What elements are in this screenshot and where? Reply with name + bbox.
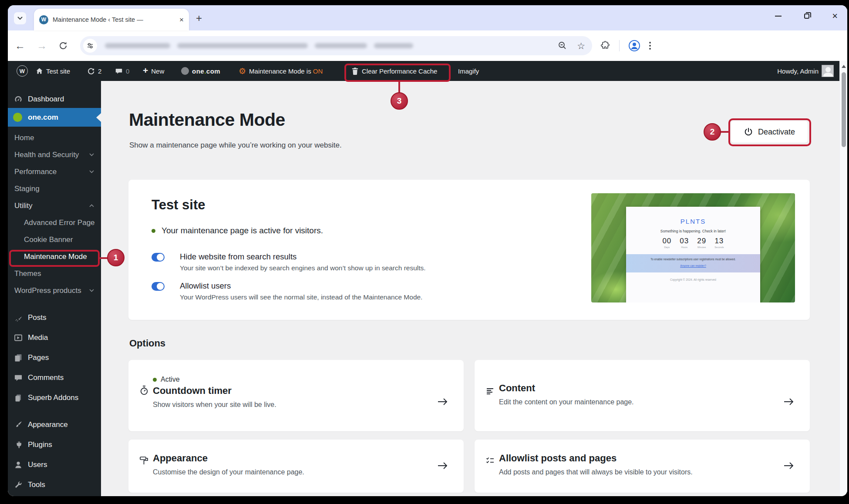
dashboard-gauge-icon — [14, 95, 23, 104]
option-card-content[interactable]: Content Edit the content on your mainten… — [475, 360, 810, 431]
sidebar-item-media[interactable]: Media — [8, 328, 101, 348]
active-item-notch — [96, 113, 101, 122]
preview-brand: PLNTS — [681, 218, 706, 225]
option-card-countdown-timer[interactable]: Active Countdown timer Show visitors whe… — [128, 360, 464, 431]
status-card-title: Test site — [152, 197, 205, 213]
tab-close-icon[interactable]: × — [179, 16, 184, 24]
sidebar-item-wordpress-products[interactable]: WordPress products — [8, 282, 101, 299]
sidebar-item-health-security[interactable]: Health and Security — [8, 146, 101, 163]
screenshot-root: W Maintenance Mode ‹ Test site — × + × ←… — [0, 0, 849, 504]
page-scrollbar[interactable] — [839, 61, 847, 496]
annotation-connector-3 — [398, 82, 400, 93]
sidebar-item-pages[interactable]: Pages — [8, 348, 101, 368]
option-card-description: Add posts and pages that will always be … — [499, 468, 693, 476]
onecom-logo-icon — [181, 67, 189, 75]
sidebar-item-cookie-banner[interactable]: Cookie Banner — [8, 231, 101, 248]
browser-toolbar: ← → — [8, 30, 847, 61]
option-card-description: Show visitors when your site will be liv… — [153, 401, 276, 409]
option-card-description: Customise the design of your maintenance… — [153, 468, 304, 476]
option-card-appearance[interactable]: Appearance Customise the design of your … — [128, 440, 464, 493]
updates-icon — [87, 67, 95, 75]
allowlist-users-toggle[interactable] — [152, 282, 165, 291]
browser-window: W Maintenance Mode ‹ Test site — × + × ←… — [8, 5, 847, 496]
clear-performance-cache-button[interactable]: Clear Performance Cache — [351, 61, 437, 81]
admin-bar-onecom[interactable]: one.com — [181, 61, 220, 81]
profile-avatar-icon[interactable] — [628, 40, 640, 52]
onecom-green-dot-icon — [13, 113, 22, 122]
extensions-icon[interactable] — [600, 40, 610, 51]
sidebar-item-staging[interactable]: Staging — [8, 180, 101, 197]
maintenance-page-preview: PLNTS Something is happening. Check in l… — [591, 193, 795, 302]
toggle-row-allowlist-users: Allowlist users Your WordPress users wil… — [152, 282, 165, 292]
toggle-description: Your site won’t be indexed by search eng… — [180, 264, 426, 272]
arrow-right-icon — [783, 460, 795, 471]
gear-icon: ⚙ — [239, 67, 246, 75]
sidebar-item-posts[interactable]: Posts — [8, 308, 101, 328]
options-heading: Options — [129, 338, 165, 349]
sidebar-item-tools[interactable]: Tools — [8, 475, 101, 495]
chevron-down-icon — [89, 170, 94, 173]
admin-bar-site-name[interactable]: Test site — [36, 61, 70, 81]
sidebar-item-superb-addons[interactable]: Superb Addons — [8, 388, 101, 408]
chevron-down-icon — [89, 289, 94, 292]
sidebar-item-dashboard[interactable]: Dashboard — [8, 91, 101, 108]
sidebar-item-appearance[interactable]: Appearance — [8, 415, 101, 435]
chevron-down-icon — [89, 153, 94, 156]
media-icon — [14, 333, 23, 342]
sidebar-item-themes[interactable]: Themes — [8, 265, 101, 282]
admin-bar-updates[interactable]: 2 — [87, 61, 101, 81]
admin-bar-account[interactable]: Howdy, Admin — [777, 61, 834, 81]
forward-button[interactable]: → — [37, 40, 47, 51]
browser-tab[interactable]: W Maintenance Mode ‹ Test site — × — [34, 9, 189, 30]
address-bar[interactable]: ☆ — [80, 36, 592, 55]
toggle-label: Hide website from search results — [180, 252, 296, 262]
sidebar-item-maintenance-mode[interactable]: Maintenance Mode — [8, 248, 101, 265]
new-tab-button[interactable]: + — [196, 13, 202, 24]
browser-menu-icon[interactable] — [649, 42, 651, 50]
minimize-button[interactable] — [775, 16, 782, 17]
sidebar-item-comments[interactable]: Comments — [8, 368, 101, 388]
tab-search-button[interactable] — [14, 12, 26, 24]
sidebar-item-home[interactable]: Home — [8, 129, 101, 146]
page-subtitle: Show a maintenance page while you’re wor… — [129, 141, 342, 150]
chevron-down-icon — [17, 17, 23, 20]
sidebar-item-plugins[interactable]: Plugins — [8, 435, 101, 455]
zoom-out-icon[interactable] — [558, 41, 567, 50]
close-button[interactable]: × — [832, 11, 838, 21]
bookmark-star-icon[interactable]: ☆ — [577, 41, 585, 50]
sidebar-item-users[interactable]: Users — [8, 455, 101, 475]
deactivate-button[interactable]: Deactivate — [731, 121, 808, 143]
plugin-icon — [14, 440, 23, 449]
site-settings-button[interactable] — [83, 39, 97, 53]
admin-bar-imagify[interactable]: Imagify — [458, 61, 479, 81]
toggle-row-hide-search: Hide website from search results Your si… — [152, 253, 165, 263]
paintbrush-icon — [14, 420, 23, 429]
scrollbar-up-arrow[interactable] — [842, 65, 846, 68]
addons-icon — [14, 393, 23, 402]
wp-logo-menu[interactable]: W — [17, 61, 28, 81]
option-card-description: Edit the content on your maintenance pag… — [499, 398, 634, 406]
hide-search-toggle[interactable] — [152, 253, 165, 262]
reload-button[interactable] — [58, 41, 68, 50]
option-card-title: Content — [499, 383, 535, 394]
comments-icon — [115, 67, 123, 75]
status-on: ON — [313, 67, 323, 75]
option-card-allowlist-posts[interactable]: Allowlist posts and pages Add posts and … — [475, 440, 810, 493]
toggle-label: Allowlist users — [180, 281, 231, 291]
restore-button[interactable] — [804, 13, 809, 19]
sidebar-item-performance[interactable]: Performance — [8, 163, 101, 180]
admin-bar-comments[interactable]: 0 — [115, 61, 129, 81]
toggle-description: Your WordPress users will see the normal… — [180, 293, 422, 301]
scrollbar-thumb[interactable] — [842, 72, 846, 147]
arrow-right-icon — [783, 396, 795, 407]
admin-bar-new[interactable]: + New — [143, 61, 164, 81]
sidebar-item-utility[interactable]: Utility — [8, 197, 101, 214]
sidebar-item-advanced-error-page[interactable]: Advanced Error Page — [8, 214, 101, 231]
back-button[interactable]: ← — [15, 40, 25, 51]
admin-bar-maintenance-status[interactable]: ⚙ Maintenance Mode is ON — [239, 61, 323, 81]
option-card-title: Countdown timer — [153, 385, 232, 396]
tune-icon — [87, 42, 94, 49]
tab-title: Maintenance Mode ‹ Test site — — [53, 16, 176, 23]
sidebar-item-onecom-active[interactable]: one.com — [8, 108, 101, 127]
blurred-url-text — [105, 43, 558, 48]
